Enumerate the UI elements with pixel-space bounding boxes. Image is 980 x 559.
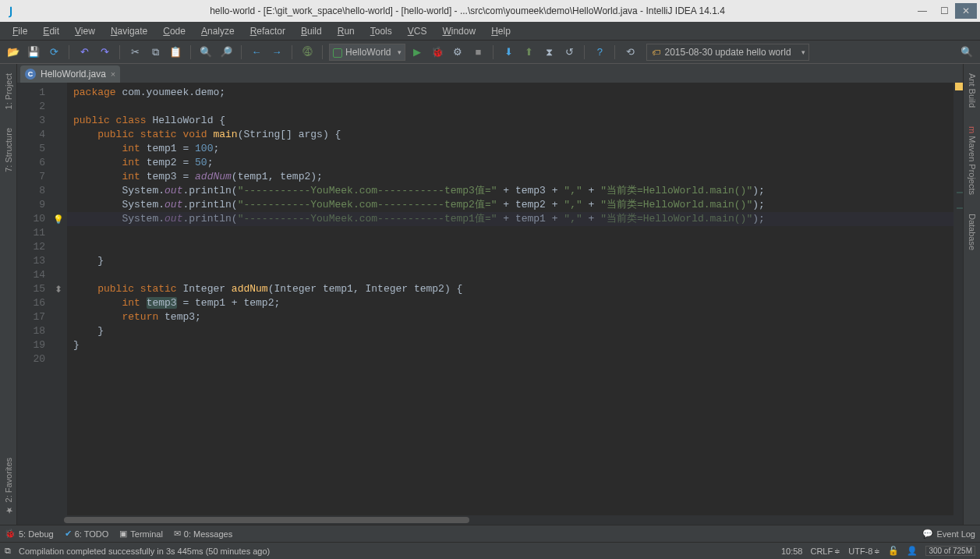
line-number[interactable]: 14	[17, 268, 45, 282]
vcs-commit-icon[interactable]: ⬆	[520, 44, 537, 61]
tool-tab-maven[interactable]: m Maven Projects	[968, 120, 977, 201]
event-log-button[interactable]: 💬Event Log	[922, 529, 975, 539]
menu-item-run[interactable]: Run	[331, 24, 361, 38]
line-number[interactable]: 9	[17, 198, 45, 212]
debug-icon[interactable]: 🐞	[429, 44, 446, 61]
caret-position[interactable]: 10:58	[781, 547, 803, 556]
code-line[interactable]	[73, 352, 953, 366]
code-line[interactable]: }	[73, 324, 953, 338]
code-content[interactable]: package com.youmeek.demo; public class H…	[67, 83, 953, 515]
tool-tab-todo[interactable]: ✔6: TODO	[65, 529, 109, 539]
vcs-update-icon[interactable]: ⬇	[500, 44, 517, 61]
marker-strip[interactable]	[953, 83, 963, 515]
copy-icon[interactable]: ⧉	[147, 44, 164, 61]
line-number[interactable]: 13	[17, 254, 45, 268]
back-icon[interactable]: ←	[248, 44, 265, 61]
editor-body[interactable]: 1234567891011121314151617181920 💡⬍ packa…	[17, 83, 963, 515]
code-line[interactable]: }	[73, 338, 953, 352]
tool-tab-ant[interactable]: Ant Build	[968, 67, 977, 114]
code-line[interactable]: int temp2 = 50;	[73, 156, 953, 170]
menu-item-vcs[interactable]: VCS	[402, 24, 433, 38]
jrebel-icon[interactable]: ⟲	[621, 44, 639, 61]
menu-item-refactor[interactable]: Refactor	[244, 24, 292, 38]
menu-item-navigate[interactable]: Navigate	[104, 24, 154, 38]
coverage-icon[interactable]: ⚙	[449, 44, 466, 61]
lock-icon[interactable]: 🔓	[888, 546, 899, 556]
code-line[interactable]: int temp1 = 100;	[73, 142, 953, 156]
find-icon[interactable]: 🔍	[197, 44, 214, 61]
line-number[interactable]: 1	[17, 86, 45, 100]
line-number[interactable]: 17	[17, 310, 45, 324]
replace-icon[interactable]: 🔎	[218, 44, 235, 61]
code-line[interactable]: System.out.println("-----------YouMeek.c…	[73, 184, 953, 198]
code-line[interactable]: int temp3 = addNum(temp1, temp2);	[73, 170, 953, 184]
close-tab-icon[interactable]: ×	[111, 69, 115, 79]
paste-icon[interactable]: 📋	[167, 44, 184, 61]
line-number[interactable]: 20	[17, 352, 45, 366]
minimize-button[interactable]: —	[911, 3, 933, 19]
help-icon[interactable]: ?	[591, 44, 608, 61]
line-number[interactable]: 8	[17, 184, 45, 198]
analysis-indicator-icon[interactable]	[955, 83, 963, 90]
vcs-revert-icon[interactable]: ↺	[561, 44, 578, 61]
tool-tab-messages[interactable]: ✉0: Messages	[174, 529, 232, 539]
override-icon[interactable]: ⬍	[50, 282, 67, 296]
tool-tab-structure[interactable]: 7: Structure	[4, 122, 13, 179]
tool-tab-project[interactable]: 1: Project	[4, 67, 13, 115]
line-number[interactable]: 5	[17, 142, 45, 156]
code-line[interactable]: return temp3;	[73, 310, 953, 324]
code-line[interactable]: package com.youmeek.demo;	[73, 86, 953, 100]
marker-tick[interactable]	[957, 192, 963, 193]
vcs-history-icon[interactable]: ⧗	[540, 44, 557, 61]
code-line[interactable]: public class HelloWorld {	[73, 114, 953, 128]
code-line[interactable]	[73, 268, 953, 282]
code-line[interactable]: System.out.println("-----------YouMeek.c…	[73, 198, 953, 212]
redo-icon[interactable]: ↷	[96, 44, 113, 61]
forward-icon[interactable]: →	[268, 44, 285, 61]
tool-tab-favorites[interactable]: ★ 2: Favorites	[3, 451, 13, 522]
code-line[interactable]: System.out.println("-----------YouMeek.c…	[73, 212, 953, 226]
menu-item-help[interactable]: Help	[485, 24, 517, 38]
line-number[interactable]: 4	[17, 128, 45, 142]
line-number[interactable]: 18	[17, 324, 45, 338]
marker-tick[interactable]	[957, 207, 963, 209]
memory-indicator[interactable]: 300 of 725M	[925, 546, 975, 556]
save-icon[interactable]: 💾	[25, 44, 42, 61]
line-number[interactable]: 19	[17, 338, 45, 352]
code-line[interactable]: public static void main(String[] args) {	[73, 128, 953, 142]
menu-item-window[interactable]: Window	[436, 24, 482, 38]
code-line[interactable]: public static Integer addNum(Integer tem…	[73, 282, 953, 296]
cut-icon[interactable]: ✂	[126, 44, 143, 61]
line-separator[interactable]: CRLF≑	[810, 547, 840, 556]
hector-icon[interactable]: 👤	[907, 546, 918, 556]
line-number[interactable]: 16	[17, 296, 45, 310]
hide-tool-windows-icon[interactable]: ⧉	[5, 546, 11, 556]
menu-item-code[interactable]: Code	[157, 24, 192, 38]
menu-item-edit[interactable]: Edit	[37, 24, 65, 38]
editor-tab[interactable]: C HelloWorld.java ×	[20, 65, 120, 83]
line-number[interactable]: 15	[17, 282, 45, 296]
horizontal-scrollbar[interactable]	[17, 515, 963, 525]
open-icon[interactable]: 📂	[5, 44, 22, 61]
code-line[interactable]: int temp3 = temp1 + temp2;	[73, 296, 953, 310]
tool-tab-debug[interactable]: 🐞5: Debug	[5, 529, 54, 539]
stop-icon[interactable]: ■	[469, 44, 486, 61]
menu-item-file[interactable]: File	[6, 24, 34, 38]
line-number[interactable]: 7	[17, 170, 45, 184]
menu-item-tools[interactable]: Tools	[364, 24, 398, 38]
run-config-combo[interactable]: HelloWorld	[329, 44, 405, 61]
close-button[interactable]: ✕	[955, 3, 977, 19]
intention-bulb-icon[interactable]: 💡	[50, 212, 67, 226]
scrollbar-thumb[interactable]	[64, 517, 469, 523]
search-everywhere-icon[interactable]: 🔍	[958, 44, 975, 61]
line-number[interactable]: 10	[17, 212, 45, 226]
sync-icon[interactable]: ⟳	[45, 44, 62, 61]
vcs-branch-combo[interactable]: 🏷 2015-08-30 update hello world	[646, 44, 808, 61]
tool-tab-database[interactable]: Database	[968, 207, 977, 257]
code-line[interactable]: }	[73, 254, 953, 268]
line-number[interactable]: 11	[17, 226, 45, 240]
menu-item-analyze[interactable]: Analyze	[195, 24, 241, 38]
code-line[interactable]	[73, 226, 953, 240]
build-icon[interactable]: ⓸	[299, 44, 316, 61]
tool-tab-terminal[interactable]: ▣Terminal	[119, 529, 163, 539]
